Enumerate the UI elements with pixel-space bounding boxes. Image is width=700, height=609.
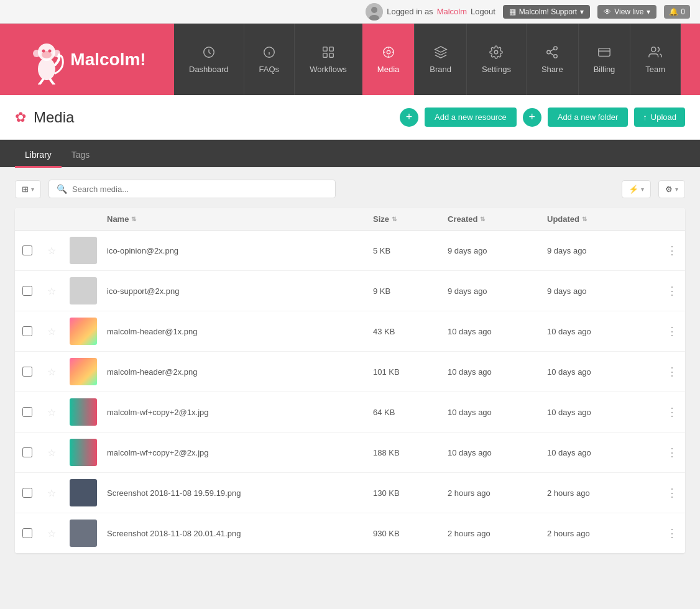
row-name-1: ico-support@2x.png xyxy=(107,286,373,296)
settings-button[interactable]: ⚙ ▾ xyxy=(658,180,685,198)
add-folder-button[interactable]: Add a new folder xyxy=(548,108,629,127)
row-star-2[interactable]: ☆ xyxy=(47,326,70,337)
row-star-1[interactable]: ☆ xyxy=(47,285,70,297)
row-star-6[interactable]: ☆ xyxy=(47,487,70,499)
nav-item-dashboard[interactable]: Dashboard xyxy=(174,24,244,95)
row-star-3[interactable]: ☆ xyxy=(47,366,70,378)
row-menu-4[interactable]: ⋮ xyxy=(647,405,678,419)
row-size-2: 43 KB xyxy=(373,327,448,336)
row-thumb-0 xyxy=(70,237,97,264)
view-live-button[interactable]: 👁 View live ▾ xyxy=(597,5,656,19)
faqs-nav-label: FAQs xyxy=(259,65,280,74)
svg-point-5 xyxy=(33,50,40,57)
search-box: 🔍 xyxy=(48,180,336,198)
logged-in-as-text: Logged in as xyxy=(387,7,433,16)
add-resource-button[interactable]: Add a new resource xyxy=(425,108,517,127)
row-menu-5[interactable]: ⋮ xyxy=(647,446,678,459)
svg-rect-14 xyxy=(323,53,327,57)
toolbar: ⊞ ▾ 🔍 ⚡ ▾ ⚙ ▾ xyxy=(15,180,685,198)
row-name-6: Screenshot 2018-11-08 19.59.19.png xyxy=(107,488,373,498)
upload-button[interactable]: ↑ Upload xyxy=(634,108,685,127)
svg-point-17 xyxy=(387,50,390,54)
row-menu-3[interactable]: ⋮ xyxy=(647,365,678,378)
row-checkbox-2[interactable] xyxy=(22,326,47,336)
row-menu-0[interactable]: ⋮ xyxy=(647,244,678,257)
header: Malcolm! Dashboard FAQs Workflows Media … xyxy=(0,24,700,95)
row-menu-7[interactable]: ⋮ xyxy=(647,526,678,540)
row-menu-6[interactable]: ⋮ xyxy=(647,486,678,500)
file-checkbox-1[interactable] xyxy=(22,286,32,296)
file-checkbox-4[interactable] xyxy=(22,407,32,417)
row-thumb-4 xyxy=(70,398,97,426)
file-checkbox-0[interactable] xyxy=(22,245,32,255)
svg-rect-15 xyxy=(329,53,333,57)
row-checkbox-4[interactable] xyxy=(22,407,47,417)
nav-item-team[interactable]: Team xyxy=(630,24,681,95)
header-actions: + Add a new resource + Add a new folder … xyxy=(400,108,685,127)
user-info: Logged in as Malcolm Logout xyxy=(366,3,495,21)
sub-tab-library[interactable]: Library xyxy=(15,144,62,168)
row-checkbox-6[interactable] xyxy=(22,488,47,498)
row-checkbox-5[interactable] xyxy=(22,447,47,457)
sub-tab-tags[interactable]: Tags xyxy=(62,144,100,168)
nav-item-billing[interactable]: Billing xyxy=(579,24,631,95)
nav-item-media[interactable]: Media xyxy=(362,24,415,95)
filter-toggle-button[interactable]: ⊞ ▾ xyxy=(15,180,41,198)
row-created-7: 2 hours ago xyxy=(448,529,547,538)
logout-link[interactable]: Logout xyxy=(471,7,495,16)
row-star-0[interactable]: ☆ xyxy=(47,245,70,257)
table-row: ☆ ico-opinion@2x.png 5 KB 9 days ago 9 d… xyxy=(15,231,685,271)
add-folder-plus-button[interactable]: + xyxy=(523,108,541,127)
row-updated-3: 10 days ago xyxy=(547,367,647,377)
sort-button[interactable]: ⚡ ▾ xyxy=(622,180,651,198)
row-star-4[interactable]: ☆ xyxy=(47,406,70,418)
brand-nav-icon xyxy=(434,45,448,61)
name-sort-icon[interactable]: ⇅ xyxy=(131,216,136,222)
row-checkbox-3[interactable] xyxy=(22,367,47,377)
support-button[interactable]: ▦ Malcolm! Support ▾ xyxy=(503,5,590,19)
row-star-5[interactable]: ☆ xyxy=(47,447,70,459)
row-star-7[interactable]: ☆ xyxy=(47,528,70,539)
file-checkbox-2[interactable] xyxy=(22,326,32,336)
row-checkbox-7[interactable] xyxy=(22,528,47,538)
table-row: ☆ malcolm-wf+copy+2@2x.jpg 188 KB 10 day… xyxy=(15,433,685,473)
size-sort-icon[interactable]: ⇅ xyxy=(392,216,397,222)
file-checkbox-5[interactable] xyxy=(22,447,32,457)
nav-item-brand[interactable]: Brand xyxy=(415,24,467,95)
name-header-label: Name xyxy=(107,214,129,224)
notifications-button[interactable]: 🔔 0 xyxy=(664,5,690,19)
svg-point-19 xyxy=(554,46,558,50)
search-icon: 🔍 xyxy=(57,184,67,194)
nav-item-faqs[interactable]: FAQs xyxy=(244,24,295,95)
gear-icon: ⚙ xyxy=(665,185,673,194)
row-name-0: ico-opinion@2x.png xyxy=(107,246,373,255)
row-checkbox-1[interactable] xyxy=(22,286,47,296)
row-thumb-7 xyxy=(70,520,97,547)
row-thumb-5 xyxy=(70,439,97,466)
file-checkbox-7[interactable] xyxy=(22,528,32,538)
row-created-5: 10 days ago xyxy=(448,448,547,457)
file-checkbox-6[interactable] xyxy=(22,488,32,498)
file-checkbox-3[interactable] xyxy=(22,367,32,377)
brand-nav-label: Brand xyxy=(430,65,451,74)
nav-item-workflows[interactable]: Workflows xyxy=(295,24,362,95)
updated-sort-icon[interactable]: ⇅ xyxy=(582,216,587,222)
size-header-label: Size xyxy=(373,214,389,224)
nav-item-share[interactable]: Share xyxy=(527,24,579,95)
search-input[interactable] xyxy=(72,185,328,194)
row-menu-2[interactable]: ⋮ xyxy=(647,324,678,338)
filter-icon: ⚡ xyxy=(629,185,638,194)
header-size-col: Size ⇅ xyxy=(373,214,448,224)
view-live-chevron-icon: ▾ xyxy=(647,7,650,16)
nav-item-settings[interactable]: Settings xyxy=(467,24,527,95)
media-nav-label: Media xyxy=(377,65,399,74)
support-chevron-icon: ▾ xyxy=(580,7,584,16)
row-menu-1[interactable]: ⋮ xyxy=(647,284,678,298)
logo[interactable]: Malcolm! xyxy=(28,35,145,85)
username-link[interactable]: Malcolm xyxy=(437,7,467,16)
row-checkbox-0[interactable] xyxy=(22,245,47,255)
row-name-7: Screenshot 2018-11-08 20.01.41.png xyxy=(107,529,373,538)
created-sort-icon[interactable]: ⇅ xyxy=(480,216,485,222)
add-resource-plus-button[interactable]: + xyxy=(400,108,418,127)
share-nav-label: Share xyxy=(541,65,563,74)
